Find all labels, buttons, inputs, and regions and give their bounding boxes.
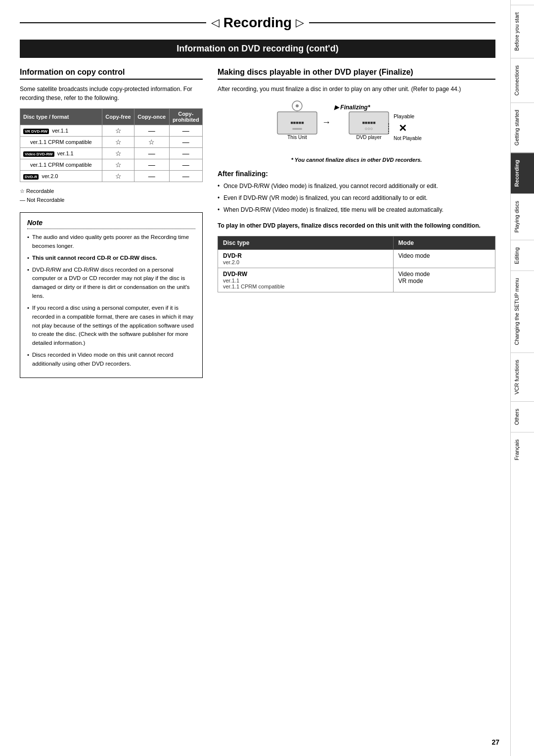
finalize-diagram: ■■■■■ ═══ This Unit → ▶ Finalizing* ■■■■…: [218, 99, 495, 149]
copy-free-cell: ☆: [102, 159, 134, 171]
page-number: 27: [491, 738, 499, 746]
table-row: VR DVD-RW ver.1.1 ☆ — —: [20, 125, 203, 137]
note-box: Note The audio and video quality gets po…: [20, 212, 203, 378]
svg-text:■■■■■: ■■■■■: [362, 120, 375, 125]
svg-text:This Unit: This Unit: [287, 135, 307, 140]
disc-type-dvdrw-video: Video DVD-RW ver.1.1: [20, 148, 102, 159]
copy-free-cell: ☆: [102, 171, 134, 182]
copy-once-cell: —: [134, 171, 170, 182]
arrow-left-deco: ◁: [211, 16, 220, 29]
disc-mode-table: Disc type Mode DVD-R ver.2.0 Video mode: [218, 236, 495, 292]
page-title: Recording: [223, 15, 292, 31]
right-sidebar: Before you start Connections Getting sta…: [510, 0, 534, 756]
table-header-copy-once: Copy-once: [134, 109, 170, 125]
copy-control-intro: Some satellite broadcasts include copy-p…: [20, 85, 203, 102]
table-header-copy-prohibited: Copy-prohibited: [169, 109, 202, 125]
diagram-caption: * You cannot finalize discs in other DVD…: [218, 157, 495, 163]
right-column: Making discs playable in other DVD playe…: [218, 68, 495, 378]
svg-point-15: [296, 104, 299, 107]
svg-text:✕: ✕: [399, 123, 407, 134]
note-title: Note: [27, 219, 195, 229]
copy-once-cell: —: [134, 125, 170, 137]
sidebar-tab-francais[interactable]: Français: [511, 432, 534, 467]
note-item-3: DVD-R/RW and CD-R/RW discs recorded on a…: [27, 266, 195, 301]
svg-text:Playable: Playable: [394, 113, 414, 119]
sidebar-tab-editing[interactable]: Editing: [511, 240, 534, 271]
dvdr-mode-cell: Video mode: [393, 250, 495, 268]
copy-free-cell: ☆: [102, 148, 134, 159]
after-finalizing-list: Once DVD-R/RW (Video mode) is finalized,…: [218, 182, 495, 214]
table-row: Video DVD-RW ver.1.1 ☆ — —: [20, 148, 203, 159]
table-legend: ☆ Recordable — Not Recordable: [20, 187, 203, 204]
legend-not-recordable: — Not Recordable: [20, 196, 203, 205]
after-finalizing-item-1: Once DVD-R/RW (Video mode) is finalized,…: [218, 182, 495, 190]
sidebar-tab-getting-started[interactable]: Getting started: [511, 102, 534, 152]
page-title-bar: ◁ Recording ▷: [20, 15, 495, 31]
note-item-2: This unit cannot record CD-R or CD-RW di…: [27, 254, 195, 263]
svg-text:■■■■■: ■■■■■: [290, 120, 304, 125]
table-header-disc-format: Disc type / format: [20, 109, 102, 125]
disc-type-dvdrw-vr: VR DVD-RW ver.1.1: [20, 125, 102, 137]
sidebar-tab-before-you-start[interactable]: Before you start: [511, 5, 534, 58]
svg-text:═══: ═══: [292, 126, 302, 131]
table-header-copy-free: Copy-free: [102, 109, 134, 125]
sidebar-tab-connections[interactable]: Connections: [511, 58, 534, 102]
table-row: ver.1.1 CPRM compatible ☆ — —: [20, 159, 203, 171]
copy-once-cell: —: [134, 159, 170, 171]
svg-text:Not Playable: Not Playable: [394, 136, 422, 141]
copy-prohibited-cell: —: [169, 137, 202, 148]
sidebar-tab-recording[interactable]: Recording: [511, 152, 534, 193]
section-header: Information on DVD recording (cont'd): [20, 40, 495, 58]
copy-prohibited-cell: —: [169, 148, 202, 159]
table-row: DVD-R ver.2.0 ☆ — —: [20, 171, 203, 182]
copy-free-cell: ☆: [102, 137, 134, 148]
left-column: Information on copy control Some satelli…: [20, 68, 203, 378]
finalize-title: Making discs playable in other DVD playe…: [218, 68, 495, 80]
sidebar-tab-others[interactable]: Others: [511, 401, 534, 432]
legend-recordable: ☆ Recordable: [20, 187, 203, 196]
copy-prohibited-cell: —: [169, 125, 202, 137]
after-finalizing-item-3: When DVD-R/RW (Video mode) is finalized,…: [218, 205, 495, 214]
table-row: ver.1.1 CPRM compatible ☆ ☆ —: [20, 137, 203, 148]
finalize-svg: ■■■■■ ═══ This Unit → ▶ Finalizing* ■■■■…: [272, 99, 441, 149]
svg-text:○○○: ○○○: [365, 126, 373, 131]
after-finalizing-item-2: Even if DVD-RW (VR mode) is finalized, y…: [218, 193, 495, 202]
disc-type-header: Disc type: [218, 236, 394, 250]
arrow-right-deco: ▷: [296, 16, 304, 29]
copy-once-cell: ☆: [134, 137, 170, 148]
copy-control-table: Disc type / format Copy-free Copy-once C…: [20, 108, 203, 182]
note-list: The audio and video quality gets poorer …: [27, 233, 195, 368]
sidebar-tab-setup-menu[interactable]: Changing the SETUP menu: [511, 271, 534, 352]
mode-header: Mode: [393, 236, 495, 250]
note-item-1: The audio and video quality gets poorer …: [27, 233, 195, 251]
sidebar-tab-playing-discs[interactable]: Playing discs: [511, 193, 534, 239]
disc-type-dvdr: DVD-R ver.2.0: [20, 171, 102, 182]
copy-control-title: Information on copy control: [20, 68, 203, 80]
note-item-5: Discs recorded in Video mode on this uni…: [27, 351, 195, 369]
condition-text: To play in other DVD players, finalize d…: [218, 221, 495, 230]
svg-text:▶ Finalizing*: ▶ Finalizing*: [334, 104, 371, 111]
copy-prohibited-cell: —: [169, 171, 202, 182]
finalize-intro: After recording, you must finalize a dis…: [218, 85, 495, 94]
disc-type-dvdrw-vr-cprm: ver.1.1 CPRM compatible: [20, 137, 102, 148]
disc-type-dvdrw-video-cprm: ver.1.1 CPRM compatible: [20, 159, 102, 171]
sidebar-tab-vcr-functions[interactable]: VCR functions: [511, 352, 534, 401]
note-item-4: If you record a disc using a personal co…: [27, 304, 195, 348]
copy-free-cell: ☆: [102, 125, 134, 137]
svg-text:→: →: [322, 117, 331, 127]
svg-text:DVD player: DVD player: [356, 135, 382, 140]
copy-prohibited-cell: —: [169, 159, 202, 171]
copy-once-cell: —: [134, 148, 170, 159]
table-row: DVD-RW ver.1.1 ver.1.1 CPRM compatible V…: [218, 268, 495, 292]
dvdrw-cell: DVD-RW ver.1.1 ver.1.1 CPRM compatible: [218, 268, 394, 292]
dvdr-cell: DVD-R ver.2.0: [218, 250, 394, 268]
dvdrw-mode-cell: Video modeVR mode: [393, 268, 495, 292]
after-finalizing-title: After finalizing:: [218, 170, 495, 178]
table-row: DVD-R ver.2.0 Video mode: [218, 250, 495, 268]
